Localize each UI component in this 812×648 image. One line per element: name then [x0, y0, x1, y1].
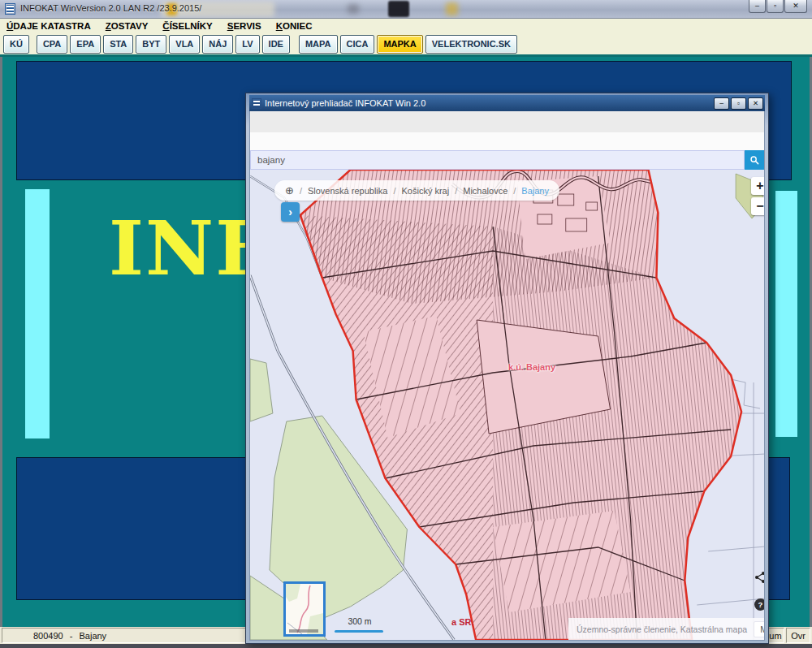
- toolbar: KÚ CPA EPA STA BYT VLA NÁJ LV IDE MAPA C…: [0, 33, 812, 57]
- cadastral-area-label: k.ú. Bajany: [508, 362, 555, 372]
- cyan-bar-right: [775, 191, 797, 437]
- maximize-button[interactable]: ▫: [767, 0, 784, 13]
- minimap-content: [286, 584, 323, 634]
- magnifier-icon: [749, 154, 759, 166]
- toolbar-cica-button[interactable]: CICA: [340, 35, 375, 54]
- map-window-titlebar[interactable]: Internetový prehliadač INFOKAT Win 2.0 –…: [249, 95, 765, 111]
- search-button[interactable]: [745, 150, 764, 170]
- breadcrumb-slovenska-republika[interactable]: Slovenská republika: [308, 186, 387, 196]
- menu-zostavy[interactable]: ZOSTAVY: [106, 21, 149, 31]
- toolbar-velektronic-button[interactable]: VELEKTRONIC.SK: [425, 35, 517, 54]
- help-icon[interactable]: ?: [754, 598, 764, 611]
- scale-label: 300 m: [335, 616, 385, 626]
- toolbar-naj-button[interactable]: NÁJ: [202, 35, 233, 54]
- breadcrumb-bajany[interactable]: Bajany: [521, 186, 549, 196]
- scale-bar: [335, 630, 383, 633]
- window-bottom-border: [0, 644, 812, 648]
- browser-chrome-strip: [250, 111, 764, 132]
- toolbar-byt-button[interactable]: BYT: [136, 35, 166, 54]
- panel-expand-button[interactable]: ›: [281, 202, 300, 222]
- partial-map-label: a SR.: [451, 617, 474, 627]
- toolbar-lv-button[interactable]: LV: [235, 35, 259, 54]
- toolbar-mapa-button[interactable]: MAPA: [299, 35, 338, 54]
- toolbar-sta-button[interactable]: STA: [103, 35, 133, 54]
- main-titlebar[interactable]: INFOKAT WinVersion 2.0 LAN R2 /23.9.2015…: [0, 0, 812, 19]
- browser-white-strip: [250, 132, 764, 150]
- breadcrumb: ⊕ / Slovenská republika / Košický kraj /…: [274, 180, 559, 201]
- search-row: [250, 150, 764, 170]
- toolbar-ide-button[interactable]: IDE: [262, 35, 290, 54]
- share-icon[interactable]: [754, 571, 764, 584]
- blurred-dark-shape: [388, 1, 409, 17]
- blurred-yellow-icon: [446, 2, 458, 15]
- map-minimize-button[interactable]: –: [714, 97, 729, 110]
- breadcrumb-kosicky-kraj[interactable]: Košický kraj: [401, 186, 449, 196]
- toolbar-ku-button[interactable]: KÚ: [3, 35, 29, 54]
- cyan-bar-left: [25, 189, 50, 438]
- map-window[interactable]: Internetový prehliadač INFOKAT Win 2.0 –…: [245, 93, 769, 644]
- menu-ciselniky[interactable]: ČÍSELNÍKY: [162, 21, 212, 31]
- toolbar-mapka-button[interactable]: MAPKA: [377, 35, 422, 54]
- menu-udaje-katastra[interactable]: ÚDAJE KATASTRA: [6, 21, 91, 31]
- map-window-title: Internetový prehliadač INFOKAT Win 2.0: [265, 98, 714, 108]
- search-input[interactable]: [250, 150, 745, 170]
- map-canvas[interactable]: ⊕ / Slovenská republika / Košický kraj /…: [250, 170, 764, 640]
- toolbar-epa-button[interactable]: EPA: [70, 35, 101, 54]
- menubar: ÚDAJE KATASTRA ZOSTAVY ČÍSELNÍKY SERVIS …: [0, 19, 812, 33]
- overview-minimap[interactable]: [283, 581, 326, 637]
- close-button[interactable]: ✕: [784, 0, 807, 13]
- attribution-text: Územno-správne členenie, Katastrálna map…: [577, 624, 747, 634]
- blurred-close-glyph: [348, 4, 359, 14]
- mapka-brand-button[interactable]: MAPKA: [754, 621, 764, 637]
- map-attribution-bar: Územno-správne členenie, Katastrálna map…: [568, 618, 764, 640]
- screen: INFOKAT WinVersion 2.0 LAN R2 /23.9.2015…: [0, 0, 812, 648]
- menu-servis[interactable]: SERVIS: [227, 21, 261, 31]
- map-window-icon: [252, 98, 261, 109]
- breadcrumb-michalovce[interactable]: Michalovce: [463, 186, 508, 196]
- map-close-button[interactable]: ✕: [748, 97, 763, 110]
- minimize-button[interactable]: –: [749, 0, 766, 13]
- zoom-out-button[interactable]: −: [751, 197, 764, 215]
- infokat-app-icon: [5, 3, 15, 15]
- cadastral-map: [250, 170, 764, 640]
- toolbar-cpa-button[interactable]: CPA: [37, 35, 67, 54]
- main-window-title: INFOKAT WinVersion 2.0 LAN R2 /23.9.2015…: [20, 3, 201, 13]
- statusbar-ovr-indicator: Ovr: [786, 628, 810, 643]
- map-maximize-button[interactable]: ▫: [731, 97, 746, 110]
- toolbar-vla-button[interactable]: VLA: [169, 35, 200, 54]
- menu-koniec[interactable]: KONIEC: [276, 21, 313, 31]
- globe-icon[interactable]: ⊕: [285, 185, 294, 196]
- zoom-in-button[interactable]: +: [751, 177, 764, 195]
